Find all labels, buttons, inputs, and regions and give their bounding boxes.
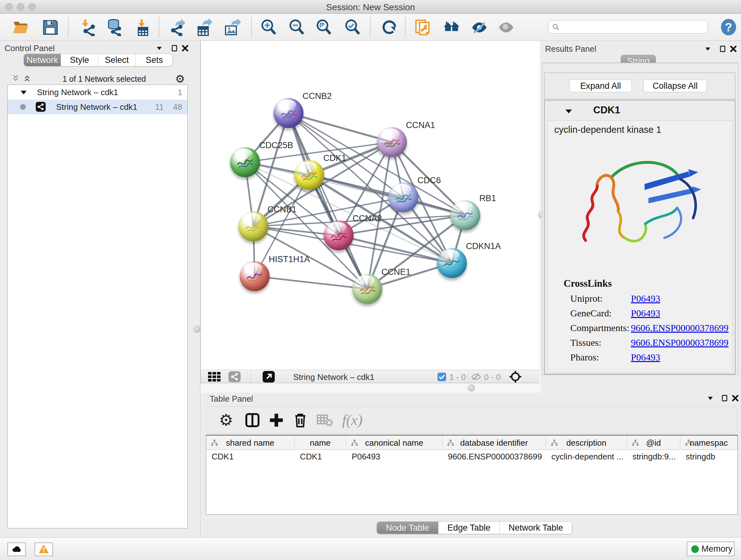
tab-edge-table[interactable]: Edge Table	[439, 522, 500, 534]
import-network-database-icon[interactable]	[106, 19, 123, 36]
birdseye-grid-icon[interactable]	[208, 372, 222, 381]
node-CCNE1[interactable]	[352, 274, 382, 304]
delete-table-icon[interactable]	[316, 412, 333, 429]
cell-canonicalname[interactable]: P06493	[346, 450, 443, 463]
crosslink-link[interactable]: P06493	[631, 308, 660, 319]
crosslink-label: GeneCard:	[570, 308, 612, 319]
crosslink-link[interactable]: 9606.ENSP00000378699	[631, 337, 729, 348]
network-snapshot-icon[interactable]	[414, 19, 432, 36]
gear-icon[interactable]: ⚙	[219, 412, 236, 429]
delete-column-icon[interactable]	[292, 412, 309, 429]
save-session-icon[interactable]	[42, 19, 59, 36]
network-view-toolbar: String Network – cdk1 1 - 0 0 - 0	[200, 370, 539, 383]
network-share-icon	[36, 102, 46, 112]
export-network-icon[interactable]	[168, 19, 185, 36]
table-row[interactable]: CDK1CDK1P064939606.ENSP00000378699cyclin…	[206, 450, 738, 463]
function-builder-icon[interactable]: f(x)	[342, 412, 359, 429]
edge-HIST1H1A-CCNE1[interactable]	[255, 276, 367, 289]
column-header-namespac[interactable]: namespac	[680, 435, 738, 449]
section-title: CDK1	[593, 105, 620, 116]
node-CCNA2[interactable]	[324, 220, 354, 250]
column-header-description[interactable]: description	[546, 435, 627, 449]
node-CCNB2[interactable]	[273, 98, 304, 128]
panel-float-icon[interactable]	[704, 45, 712, 53]
split-columns-icon[interactable]	[244, 412, 261, 429]
export-image-icon[interactable]	[223, 19, 241, 36]
panel-maximize-icon[interactable]	[719, 45, 727, 53]
open-in-window-icon[interactable]	[263, 371, 275, 382]
node-HIST1H1A[interactable]	[240, 261, 270, 291]
node-CDC25B[interactable]	[230, 147, 260, 177]
tab-network[interactable]: Network	[24, 54, 61, 66]
cell-name[interactable]: CDK1	[294, 450, 346, 463]
cell-sharedname[interactable]: CDK1	[206, 450, 294, 463]
left-splitter-handle[interactable]	[193, 326, 200, 333]
tab-style[interactable]: Style	[61, 54, 98, 66]
cell-id[interactable]: stringdb:9...	[627, 450, 680, 463]
import-table-icon[interactable]	[134, 19, 151, 36]
network-share-toggle-icon[interactable]	[228, 371, 241, 382]
crosslink-link[interactable]: P06493	[631, 293, 660, 304]
tab-node-table[interactable]: Node Table	[377, 522, 439, 534]
section-collapse-caret[interactable]	[565, 109, 572, 114]
collection-count: 1	[178, 87, 182, 98]
node-CCNB1[interactable]	[239, 211, 268, 241]
column-header-id[interactable]: @id	[627, 435, 680, 449]
cell-description[interactable]: cyclin-dependent ...	[546, 450, 627, 463]
results-panel: Results Panel String Expand All Collapse…	[541, 41, 741, 393]
open-file-icon[interactable]	[12, 19, 29, 36]
network-collection-row[interactable]: String Network – cdk1 1	[8, 85, 187, 100]
zoom-out-icon[interactable]	[288, 19, 306, 36]
node-CCNA1[interactable]	[377, 127, 407, 157]
column-header-name[interactable]: name	[294, 435, 346, 449]
column-header-canonicalname[interactable]: canonical name	[346, 435, 443, 449]
crosslink-link[interactable]: 9606.ENSP00000378699	[631, 322, 729, 333]
cell-databaseidentifier[interactable]: 9606.ENSP00000378699	[442, 450, 546, 463]
tab-sets[interactable]: Sets	[136, 54, 173, 66]
panel-float-icon[interactable]	[706, 394, 715, 402]
add-column-icon[interactable]	[268, 412, 285, 429]
gear-icon[interactable]: ⚙	[175, 73, 186, 84]
node-CDC6[interactable]	[388, 182, 418, 212]
help-icon[interactable]: ?	[720, 18, 737, 36]
crosslink-label: Pharos:	[570, 352, 599, 363]
selected-checkbox-icon[interactable]	[437, 373, 446, 381]
tab-network-table[interactable]: Network Table	[500, 522, 572, 534]
column-header-sharedname[interactable]: shared name	[206, 435, 294, 449]
expand-all-icon[interactable]	[23, 74, 31, 82]
warning-button[interactable]	[35, 543, 53, 556]
cloud-button[interactable]	[7, 543, 26, 556]
show-panel-eye-icon[interactable]	[497, 19, 515, 36]
horizontal-splitter-handle[interactable]	[468, 384, 475, 391]
refresh-icon[interactable]	[381, 19, 398, 36]
zoom-selected-icon[interactable]	[344, 19, 361, 36]
zoom-fit-icon[interactable]	[315, 19, 333, 36]
memory-button[interactable]: Memory	[687, 542, 735, 556]
node-label-CDKN1A: CDKN1A	[466, 241, 501, 251]
crosslink-link[interactable]: P06493	[631, 352, 660, 363]
home-icon[interactable]	[443, 19, 460, 36]
tab-select[interactable]: Select	[98, 54, 136, 66]
panel-close-icon[interactable]	[731, 394, 739, 402]
expand-all-button[interactable]: Expand All	[569, 79, 632, 92]
network-row[interactable]: String Network – cdk1 11 48	[8, 100, 187, 114]
panel-close-icon[interactable]	[181, 44, 189, 52]
network-view[interactable]: CCNB2CCNA1CDC25BCDK1CDC6RB1CCNB1CCNA2CDK…	[200, 41, 539, 370]
import-network-file-icon[interactable]	[79, 19, 96, 36]
cell-namespac[interactable]: stringdb	[680, 450, 738, 463]
collapse-all-button[interactable]: Collapse All	[643, 79, 707, 92]
hide-panel-eye-icon[interactable]	[471, 19, 488, 36]
node-CDKN1A[interactable]	[437, 248, 467, 278]
panel-close-icon[interactable]	[729, 45, 738, 53]
node-RB1[interactable]	[450, 200, 480, 230]
search-input[interactable]	[548, 20, 708, 34]
panel-float-icon[interactable]	[155, 44, 163, 52]
collapse-all-icon[interactable]	[11, 74, 20, 82]
panel-maximize-icon[interactable]	[721, 394, 729, 402]
panel-maximize-icon[interactable]	[171, 44, 179, 52]
export-table-icon[interactable]	[195, 19, 212, 36]
node-CDK1[interactable]	[294, 160, 324, 190]
column-header-databaseidentifier[interactable]: database identifier	[442, 435, 546, 449]
crosshair-icon[interactable]	[509, 370, 522, 383]
zoom-in-icon[interactable]	[260, 19, 277, 36]
